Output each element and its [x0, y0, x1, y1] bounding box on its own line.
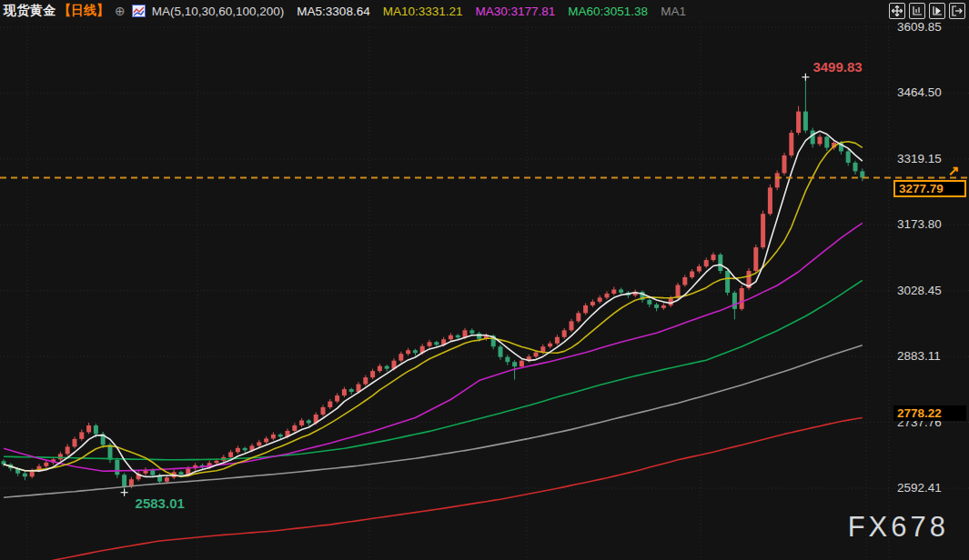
axis-scale-left-icon[interactable]: [909, 3, 925, 19]
axis-scale-right-icon[interactable]: [929, 3, 945, 19]
axis-tick-label: 3609.85: [897, 20, 942, 34]
chart-header: 现货黄金 【日线】 ⊕ MA(5,10,30,60,100,200) MA5:3…: [0, 0, 969, 22]
low-price-label: 2583.01: [136, 495, 185, 511]
extreme-cross-icon: [121, 489, 128, 496]
current-price-tag: 3277.79: [893, 180, 966, 197]
axis-tick-label: 2592.41: [897, 481, 942, 495]
period-tag[interactable]: 【日线】: [58, 3, 109, 19]
ma100-line: [4, 345, 863, 498]
high-price-label: 3499.83: [813, 59, 862, 75]
circle-plus-icon[interactable]: ⊕: [115, 4, 126, 18]
chart-toolbar: [889, 3, 965, 19]
axis-tick-label: 3464.50: [897, 85, 942, 99]
ma30-value-label: MA30:3177.81: [475, 5, 555, 18]
ma30-line: [4, 223, 863, 471]
chart-canvas[interactable]: 3499.832583.01: [0, 22, 969, 560]
exit-fullscreen-icon[interactable]: [949, 3, 965, 19]
ma10-line: [4, 142, 863, 476]
axis-tick-label: 3173.80: [897, 217, 942, 231]
crosshair-move-icon[interactable]: [889, 3, 905, 19]
kline-chart-icon[interactable]: [132, 5, 146, 17]
ma60-value-label: MA60:3051.38: [568, 5, 648, 18]
symbol-title: 现货黄金: [4, 3, 56, 19]
ma100-value-label: MA1: [661, 5, 686, 18]
watermark-logo: FX678: [848, 511, 949, 544]
ma-summary-label: MA(5,10,30,60,100,200): [152, 5, 285, 18]
axis-tick-label: 3028.45: [897, 284, 942, 297]
trading-chart-window: 现货黄金 【日线】 ⊕ MA(5,10,30,60,100,200) MA5:3…: [0, 0, 969, 560]
axis-tick-label: 3319.15: [897, 152, 942, 165]
candlestick-chart[interactable]: 3499.832583.01 3609.853464.503319.153173…: [0, 22, 969, 560]
axis-tick-label: 2883.11: [897, 349, 941, 363]
extreme-cross-icon: [802, 74, 809, 81]
ma10-value-label: MA10:3331.21: [383, 5, 463, 18]
ma5-value-label: MA5:3308.64: [297, 5, 369, 18]
level-price-tag: 2778.22: [893, 405, 966, 421]
price-arrow-icon: ↗: [948, 163, 960, 179]
gridlines: [0, 22, 969, 560]
ma200-line: [32, 418, 863, 560]
